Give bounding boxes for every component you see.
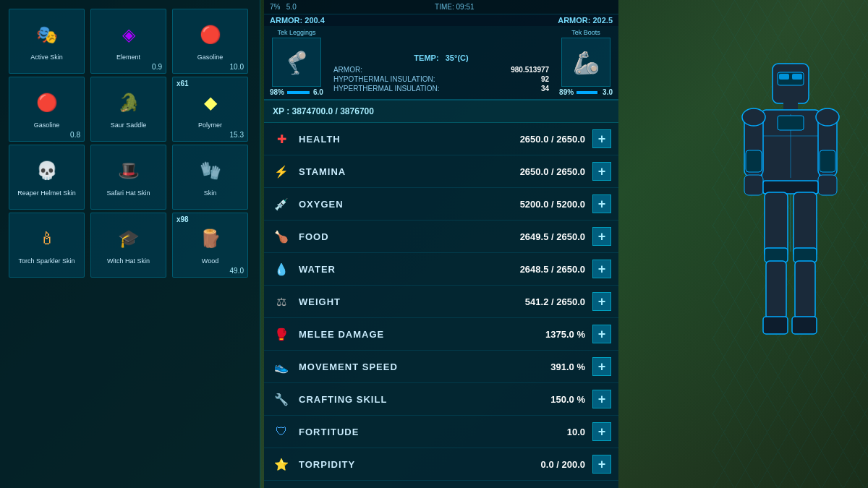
left-slot-dur-fill	[287, 91, 310, 94]
stat-row-movement[interactable]: 👟MOVEMENT SPEED391.0 %+	[264, 351, 618, 383]
item-icon-safari-hat: 🎩	[114, 156, 143, 185]
xp-section: XP : 3874700.0 / 3876700	[264, 100, 618, 123]
stat-icon-melee: 🥊	[271, 324, 292, 344]
equipment-slots: Tek Leggings 🦿 98% 6.0 TEMP: 35°(C)	[264, 26, 618, 99]
inv-item-skin-item[interactable]: 🧤Skin	[172, 145, 248, 210]
item-name-polymer: Polymer	[197, 120, 224, 130]
stat-plus-btn-oxygen[interactable]: +	[592, 194, 611, 213]
item-name-reaper-helmet: Reaper Helmet Skin	[16, 188, 77, 198]
right-slot-bar: 89% 3.0	[559, 88, 613, 96]
item-icon-gasoline2: 🔴	[33, 88, 61, 117]
stat-plus-btn-movement[interactable]: +	[592, 357, 611, 376]
right-slot-box[interactable]: 🦾	[561, 38, 610, 87]
armor-right-label: ARMOR: 202.5	[558, 16, 613, 25]
inv-item-element[interactable]: ◈Element0.9	[90, 9, 166, 74]
stat-row-stamina[interactable]: ⚡STAMINA2650.0 / 2650.0+	[264, 155, 618, 188]
left-slot-dur-bar	[287, 91, 310, 94]
armor-center-label: ARMOR:	[332, 65, 364, 74]
inv-item-polymer[interactable]: x61◆Polymer15.3	[172, 77, 248, 142]
stats-panel: 7% 5.0 TIME: 09:51 ARMOR: 200.4 ARMOR: 2…	[264, 0, 618, 488]
stat-row-weight[interactable]: ⚖WEIGHT541.2 / 2650.0+	[264, 286, 618, 318]
stat-row-melee[interactable]: 🥊MELEE DAMAGE1375.0 %+	[264, 318, 618, 351]
stat-row-fortitude[interactable]: 🛡FORTITUDE10.0+	[264, 416, 618, 448]
left-slot-pct: 98%	[270, 88, 284, 96]
character-panel	[712, 0, 868, 488]
inv-item-wood[interactable]: x98🪵Wood49.0	[172, 213, 248, 278]
stat-value-torpidity: 0.0 / 200.0	[498, 459, 585, 470]
stat-plus-btn-torpidity[interactable]: +	[592, 455, 611, 474]
xp-display: XP : 3874700.0 / 3876700	[273, 106, 374, 116]
temp-display: TEMP: 35°(C)	[414, 53, 468, 62]
inventory-panel: 🎭Active Skin◈Element0.9🔴Gasoline10.0🔴Gas…	[0, 0, 260, 488]
item-icon-wood: 🪵	[196, 224, 225, 253]
stat-plus-btn-fortitude[interactable]: +	[592, 422, 611, 441]
stat-name-crafting: CRAFTING SKILL	[299, 394, 498, 405]
item-name-gasoline1: Gasoline	[196, 52, 225, 62]
svg-rect-21	[795, 261, 815, 319]
inv-item-safari-hat[interactable]: 🎩Safari Hat Skin	[90, 145, 166, 210]
stat-plus-btn-water[interactable]: +	[592, 260, 611, 278]
stat-row-crafting[interactable]: 🔧CRAFTING SKILL150.0 %+	[264, 383, 618, 416]
stat-icon-weight: ⚖	[271, 291, 292, 312]
left-equip-slot[interactable]: Tek Leggings 🦿 98% 6.0	[270, 29, 323, 96]
svg-rect-12	[820, 150, 835, 172]
stat-row-torpidity[interactable]: ⭐TORPIDITY0.0 / 200.0+	[264, 448, 618, 481]
item-value-gasoline1: 10.0	[230, 63, 244, 71]
inv-item-reaper-helmet[interactable]: 💀Reaper Helmet Skin	[9, 145, 85, 210]
inventory-grid: 🎭Active Skin◈Element0.9🔴Gasoline10.0🔴Gas…	[6, 6, 254, 281]
inv-item-gasoline2[interactable]: 🔴Gasoline0.8	[9, 77, 85, 142]
item-value-wood: 49.0	[230, 267, 244, 275]
stat-value-stamina: 2650.0 / 2650.0	[498, 166, 585, 177]
right-equip-slot[interactable]: Tek Boots 🦾 89% 3.0	[559, 29, 613, 96]
item-value-element: 0.9	[152, 63, 162, 71]
hypothermal-value: 92	[540, 74, 550, 84]
svg-point-25	[742, 108, 765, 126]
item-icon-saur-saddle: 🐊	[114, 88, 143, 117]
stat-plus-btn-melee[interactable]: +	[592, 325, 611, 343]
left-slot-dur-val: 6.0	[313, 88, 323, 96]
inv-item-torch-sparkler[interactable]: 🕯Torch Sparkler Skin	[9, 213, 85, 278]
stat-icon-stamina: ⚡	[271, 161, 292, 181]
top-strip-left: 7% 5.0	[270, 3, 297, 11]
left-slot-box[interactable]: 🦿	[272, 38, 321, 87]
inv-item-saur-saddle[interactable]: 🐊Saur Saddle	[90, 77, 166, 142]
stat-icon-fortitude: 🛡	[271, 421, 292, 442]
stat-row-oxygen[interactable]: 💉OXYGEN5200.0 / 5200.0+	[264, 188, 618, 221]
stat-plus-btn-weight[interactable]: +	[592, 292, 611, 311]
hyperthermal-value: 34	[540, 84, 550, 93]
stat-name-weight: WEIGHT	[299, 296, 498, 307]
armor-left-label: ARMOR: 200.4	[270, 16, 325, 25]
stat-plus-btn-stamina[interactable]: +	[592, 162, 611, 181]
left-slot-name: Tek Leggings	[277, 29, 315, 36]
svg-rect-18	[765, 248, 788, 262]
inv-item-gasoline1[interactable]: 🔴Gasoline10.0	[172, 9, 248, 74]
top-strip: 7% 5.0 TIME: 09:51	[264, 0, 618, 14]
stat-row-health[interactable]: ✚HEALTH2650.0 / 2650.0+	[264, 123, 618, 155]
stat-value-oxygen: 5200.0 / 5200.0	[498, 199, 585, 210]
hypothermal-label: HYPOTHERMAL INSULATION:	[332, 74, 437, 84]
armor-top-bar: ARMOR: 200.4 ARMOR: 202.5	[264, 14, 618, 26]
equipment-section: Tek Leggings 🦿 98% 6.0 TEMP: 35°(C)	[264, 26, 618, 100]
stat-row-water[interactable]: 💧WATER2648.5 / 2650.0+	[264, 253, 618, 286]
stat-row-food[interactable]: 🍗FOOD2649.5 / 2650.0+	[264, 221, 618, 253]
stat-plus-btn-health[interactable]: +	[592, 129, 611, 148]
svg-rect-20	[766, 261, 786, 319]
right-slot-pct: 89%	[559, 88, 574, 96]
item-icon-reaper-helmet: 💀	[33, 156, 61, 185]
hyperthermal-row: HYPERTHERMAL INSULATION: 34	[332, 84, 550, 93]
item-icon-skin-item: 🧤	[196, 156, 225, 185]
stat-icon-health: ✚	[271, 129, 292, 149]
stat-icon-food: 🍗	[271, 226, 292, 247]
stat-icon-torpidity: ⭐	[271, 454, 292, 474]
right-slot-name: Tek Boots	[571, 29, 600, 36]
item-name-active-skin: Active Skin	[29, 52, 64, 62]
left-slot-bar: 98% 6.0	[270, 88, 323, 96]
svg-rect-8	[778, 116, 804, 130]
stat-plus-btn-food[interactable]: +	[592, 227, 611, 246]
right-slot-dur-val: 3.0	[603, 88, 613, 96]
item-name-saur-saddle: Saur Saddle	[109, 120, 148, 130]
inv-item-witch-hat[interactable]: 🎓Witch Hat Skin	[90, 213, 166, 278]
stat-value-food: 2649.5 / 2650.0	[498, 231, 585, 242]
stat-plus-btn-crafting[interactable]: +	[592, 390, 611, 408]
inv-item-active-skin[interactable]: 🎭Active Skin	[9, 9, 85, 74]
